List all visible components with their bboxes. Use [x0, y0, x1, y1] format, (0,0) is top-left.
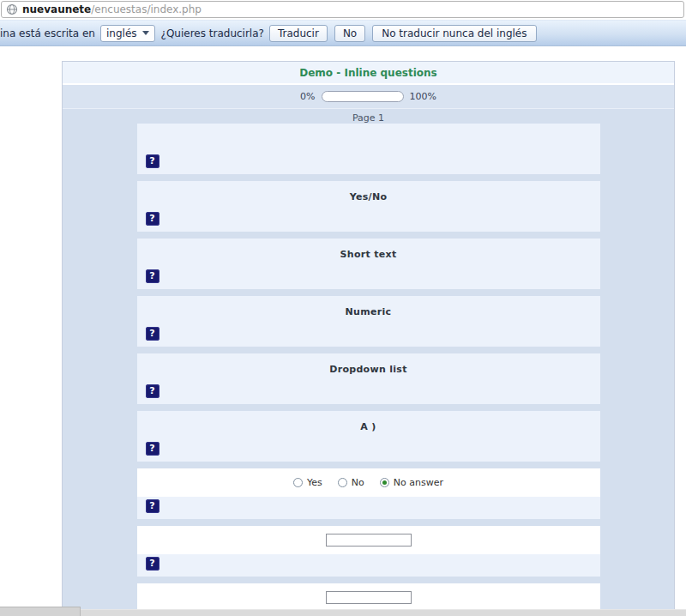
- page-label: Page 1: [63, 112, 674, 124]
- never-translate-button[interactable]: No traducir nunca del inglés: [372, 25, 536, 42]
- radio-icon[interactable]: [293, 478, 303, 487]
- question-block-text-answer: ?: [137, 526, 600, 577]
- question-block-short-text: Short text ?: [137, 239, 600, 289]
- survey-container: Demo - Inline questions 0% 100% Page 1 ?…: [62, 61, 675, 616]
- address-bar[interactable]: nuevaunete/encuestas/index.php: [1, 1, 684, 18]
- help-icon[interactable]: ?: [146, 212, 159, 226]
- radio-option-no-answer[interactable]: No answer: [380, 477, 443, 488]
- help-icon[interactable]: ?: [146, 327, 159, 341]
- question-block-group: ?: [137, 124, 600, 174]
- radio-icon[interactable]: [338, 478, 347, 487]
- help-icon[interactable]: ?: [146, 384, 159, 398]
- radio-label: Yes: [307, 477, 322, 488]
- question-title: Yes/No: [137, 181, 600, 202]
- question-block-yesno: Yes/No ?: [137, 181, 600, 232]
- radio-icon-selected[interactable]: [380, 478, 389, 487]
- question-title: Numeric: [137, 296, 600, 317]
- progress-row: 0% 100%: [63, 85, 674, 109]
- help-icon[interactable]: ?: [146, 442, 159, 456]
- language-select-value: inglés: [106, 27, 137, 39]
- chevron-down-icon: [142, 31, 149, 35]
- translate-bar: ina está escrita en inglés ¿Quieres trad…: [0, 20, 686, 46]
- status-bar-tab: [0, 607, 81, 616]
- help-icon[interactable]: ?: [146, 154, 159, 168]
- question-title: [137, 124, 600, 134]
- radio-label: No answer: [394, 477, 443, 488]
- no-button[interactable]: No: [334, 25, 365, 42]
- radio-label: No: [352, 477, 364, 488]
- url-path: /encuestas/index.php: [91, 3, 202, 15]
- text-answer-area: [137, 583, 600, 612]
- question-block-dropdown: Dropdown list ?: [137, 353, 600, 404]
- translate-message: ina está escrita en: [0, 27, 95, 39]
- question-block-a: A ) ?: [137, 411, 600, 462]
- question-block-radio-answer: Yes No No answer ?: [137, 468, 600, 519]
- question-title: Short text: [137, 239, 600, 260]
- text-input[interactable]: [326, 534, 412, 547]
- help-icon[interactable]: ?: [146, 499, 159, 513]
- url-domain: nuevaunete: [22, 3, 91, 15]
- status-bar: [0, 609, 686, 616]
- question-title: Dropdown list: [137, 353, 600, 375]
- help-icon[interactable]: ?: [146, 557, 159, 571]
- radio-option-no[interactable]: No: [338, 477, 364, 488]
- radio-answer-area: Yes No No answer: [137, 468, 600, 497]
- radio-option-yes[interactable]: Yes: [293, 477, 322, 488]
- survey-title: Demo - Inline questions: [63, 62, 674, 85]
- question-block-numeric: Numeric ?: [137, 296, 600, 347]
- text-input[interactable]: [326, 591, 412, 604]
- progress-right-label: 100%: [410, 91, 436, 102]
- progress-bar: [322, 91, 404, 102]
- survey-body: Page 1 ? Yes/No ? Short text ? Numeric ?: [63, 112, 674, 616]
- translate-button[interactable]: Traducir: [269, 25, 328, 42]
- translate-question: ¿Quieres traducirla?: [161, 27, 264, 39]
- language-select[interactable]: inglés: [100, 25, 155, 42]
- browser-window: nuevaunete/encuestas/index.php ina está …: [0, 0, 686, 616]
- help-icon[interactable]: ?: [146, 269, 159, 283]
- text-answer-area: [137, 526, 600, 554]
- progress-left-label: 0%: [300, 91, 315, 102]
- globe-icon: [6, 3, 18, 15]
- question-title: A ): [137, 411, 600, 432]
